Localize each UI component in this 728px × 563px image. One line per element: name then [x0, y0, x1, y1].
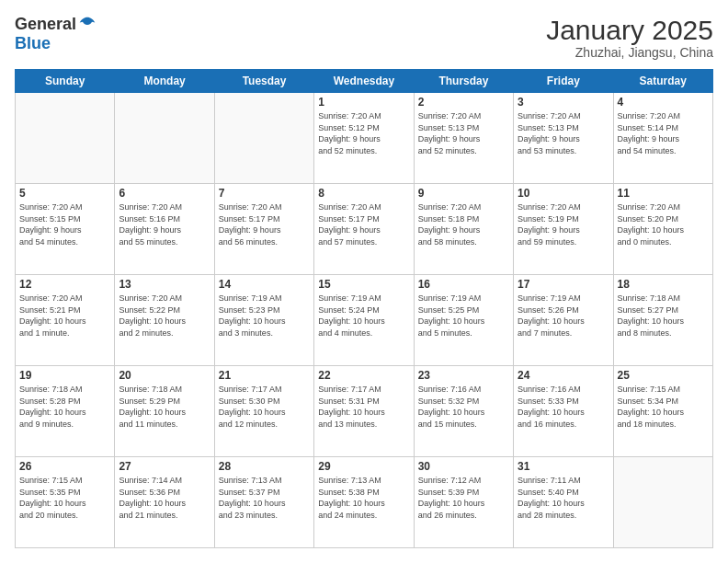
day-number: 25	[618, 369, 709, 382]
calendar-cell: 24Sunrise: 7:16 AM Sunset: 5:33 PM Dayli…	[514, 366, 613, 457]
day-number: 14	[219, 278, 310, 291]
day-info: Sunrise: 7:20 AM Sunset: 5:15 PM Dayligh…	[19, 201, 110, 247]
calendar-cell: 8Sunrise: 7:20 AM Sunset: 5:17 PM Daylig…	[314, 184, 414, 275]
calendar-cell: 1Sunrise: 7:20 AM Sunset: 5:12 PM Daylig…	[314, 93, 414, 184]
day-number: 10	[518, 187, 609, 200]
day-info: Sunrise: 7:18 AM Sunset: 5:27 PM Dayligh…	[618, 293, 709, 339]
day-info: Sunrise: 7:13 AM Sunset: 5:38 PM Dayligh…	[318, 475, 409, 521]
calendar-cell: 18Sunrise: 7:18 AM Sunset: 5:27 PM Dayli…	[613, 275, 712, 366]
logo-blue: Blue	[15, 34, 51, 52]
calendar-cell: 6Sunrise: 7:20 AM Sunset: 5:16 PM Daylig…	[115, 184, 214, 275]
day-info: Sunrise: 7:19 AM Sunset: 5:26 PM Dayligh…	[518, 293, 609, 339]
calendar-cell: 27Sunrise: 7:14 AM Sunset: 5:36 PM Dayli…	[115, 457, 214, 548]
day-info: Sunrise: 7:16 AM Sunset: 5:33 PM Dayligh…	[518, 384, 609, 430]
day-info: Sunrise: 7:15 AM Sunset: 5:35 PM Dayligh…	[19, 475, 110, 521]
day-info: Sunrise: 7:20 AM Sunset: 5:17 PM Dayligh…	[318, 201, 409, 247]
day-number: 5	[19, 187, 110, 200]
day-number: 28	[219, 460, 310, 473]
calendar-header-saturday: Saturday	[613, 70, 712, 93]
day-info: Sunrise: 7:20 AM Sunset: 5:19 PM Dayligh…	[518, 201, 609, 247]
page: General Blue January 2025 Zhuzhai, Jiang…	[0, 0, 728, 563]
day-info: Sunrise: 7:17 AM Sunset: 5:30 PM Dayligh…	[219, 384, 310, 430]
calendar-cell: 16Sunrise: 7:19 AM Sunset: 5:25 PM Dayli…	[414, 275, 513, 366]
day-info: Sunrise: 7:20 AM Sunset: 5:14 PM Dayligh…	[618, 110, 709, 156]
day-number: 21	[219, 369, 310, 382]
calendar-week-5: 26Sunrise: 7:15 AM Sunset: 5:35 PM Dayli…	[16, 457, 713, 548]
calendar-cell: 4Sunrise: 7:20 AM Sunset: 5:14 PM Daylig…	[613, 93, 712, 184]
calendar-cell: 20Sunrise: 7:18 AM Sunset: 5:29 PM Dayli…	[115, 366, 214, 457]
day-info: Sunrise: 7:18 AM Sunset: 5:29 PM Dayligh…	[119, 384, 210, 430]
calendar-week-2: 5Sunrise: 7:20 AM Sunset: 5:15 PM Daylig…	[16, 184, 713, 275]
calendar-header-wednesday: Wednesday	[314, 70, 414, 93]
calendar-cell: 13Sunrise: 7:20 AM Sunset: 5:22 PM Dayli…	[115, 275, 214, 366]
day-number: 26	[19, 460, 110, 473]
calendar-cell: 14Sunrise: 7:19 AM Sunset: 5:23 PM Dayli…	[214, 275, 313, 366]
month-title: January 2025	[546, 15, 713, 45]
calendar-cell: 2Sunrise: 7:20 AM Sunset: 5:13 PM Daylig…	[414, 93, 513, 184]
logo-bird-icon	[78, 16, 97, 34]
calendar-cell: 7Sunrise: 7:20 AM Sunset: 5:17 PM Daylig…	[214, 184, 313, 275]
calendar-cell: 21Sunrise: 7:17 AM Sunset: 5:30 PM Dayli…	[214, 366, 313, 457]
calendar-cell	[16, 93, 115, 184]
calendar-week-3: 12Sunrise: 7:20 AM Sunset: 5:21 PM Dayli…	[16, 275, 713, 366]
day-number: 22	[318, 369, 409, 382]
calendar-cell: 25Sunrise: 7:15 AM Sunset: 5:34 PM Dayli…	[613, 366, 712, 457]
day-info: Sunrise: 7:16 AM Sunset: 5:32 PM Dayligh…	[418, 384, 509, 430]
day-number: 30	[418, 460, 509, 473]
day-number: 16	[418, 278, 509, 291]
day-number: 17	[518, 278, 609, 291]
day-info: Sunrise: 7:14 AM Sunset: 5:36 PM Dayligh…	[119, 475, 210, 521]
day-number: 31	[518, 460, 609, 473]
calendar-cell: 26Sunrise: 7:15 AM Sunset: 5:35 PM Dayli…	[16, 457, 115, 548]
calendar-cell: 15Sunrise: 7:19 AM Sunset: 5:24 PM Dayli…	[314, 275, 414, 366]
calendar-cell: 28Sunrise: 7:13 AM Sunset: 5:37 PM Dayli…	[214, 457, 313, 548]
day-number: 6	[119, 187, 210, 200]
logo: General Blue	[15, 15, 97, 53]
day-info: Sunrise: 7:12 AM Sunset: 5:39 PM Dayligh…	[418, 475, 509, 521]
day-info: Sunrise: 7:20 AM Sunset: 5:17 PM Dayligh…	[219, 201, 310, 247]
calendar-cell: 29Sunrise: 7:13 AM Sunset: 5:38 PM Dayli…	[314, 457, 414, 548]
day-number: 8	[318, 187, 409, 200]
calendar-cell: 22Sunrise: 7:17 AM Sunset: 5:31 PM Dayli…	[314, 366, 414, 457]
day-number: 13	[119, 278, 210, 291]
calendar-header-sunday: Sunday	[16, 70, 115, 93]
header: General Blue January 2025 Zhuzhai, Jiang…	[15, 15, 713, 60]
calendar-header-tuesday: Tuesday	[214, 70, 313, 93]
day-info: Sunrise: 7:13 AM Sunset: 5:37 PM Dayligh…	[219, 475, 310, 521]
day-number: 20	[119, 369, 210, 382]
day-info: Sunrise: 7:15 AM Sunset: 5:34 PM Dayligh…	[618, 384, 709, 430]
calendar-cell	[115, 93, 214, 184]
calendar-header-monday: Monday	[115, 70, 214, 93]
day-number: 1	[318, 96, 409, 109]
day-info: Sunrise: 7:20 AM Sunset: 5:20 PM Dayligh…	[618, 201, 709, 247]
day-number: 23	[418, 369, 509, 382]
day-number: 4	[618, 96, 709, 109]
day-info: Sunrise: 7:19 AM Sunset: 5:25 PM Dayligh…	[418, 293, 509, 339]
day-number: 18	[618, 278, 709, 291]
calendar-week-4: 19Sunrise: 7:18 AM Sunset: 5:28 PM Dayli…	[16, 366, 713, 457]
day-info: Sunrise: 7:17 AM Sunset: 5:31 PM Dayligh…	[318, 384, 409, 430]
day-number: 24	[518, 369, 609, 382]
day-number: 3	[518, 96, 609, 109]
day-info: Sunrise: 7:20 AM Sunset: 5:21 PM Dayligh…	[19, 293, 110, 339]
calendar-cell: 10Sunrise: 7:20 AM Sunset: 5:19 PM Dayli…	[514, 184, 613, 275]
calendar-table: SundayMondayTuesdayWednesdayThursdayFrid…	[15, 69, 713, 548]
calendar-header-friday: Friday	[514, 70, 613, 93]
day-info: Sunrise: 7:20 AM Sunset: 5:12 PM Dayligh…	[318, 110, 409, 156]
calendar-cell: 12Sunrise: 7:20 AM Sunset: 5:21 PM Dayli…	[16, 275, 115, 366]
day-number: 9	[418, 187, 509, 200]
day-number: 11	[618, 187, 709, 200]
day-info: Sunrise: 7:11 AM Sunset: 5:40 PM Dayligh…	[518, 475, 609, 521]
day-number: 27	[119, 460, 210, 473]
calendar-cell: 23Sunrise: 7:16 AM Sunset: 5:32 PM Dayli…	[414, 366, 513, 457]
day-number: 2	[418, 96, 509, 109]
calendar-cell: 9Sunrise: 7:20 AM Sunset: 5:18 PM Daylig…	[414, 184, 513, 275]
day-number: 15	[318, 278, 409, 291]
calendar-week-1: 1Sunrise: 7:20 AM Sunset: 5:12 PM Daylig…	[16, 93, 713, 184]
day-info: Sunrise: 7:20 AM Sunset: 5:13 PM Dayligh…	[518, 110, 609, 156]
day-number: 19	[19, 369, 110, 382]
day-number: 12	[19, 278, 110, 291]
calendar-cell: 5Sunrise: 7:20 AM Sunset: 5:15 PM Daylig…	[16, 184, 115, 275]
location: Zhuzhai, Jiangsu, China	[546, 45, 713, 60]
day-info: Sunrise: 7:20 AM Sunset: 5:13 PM Dayligh…	[418, 110, 509, 156]
